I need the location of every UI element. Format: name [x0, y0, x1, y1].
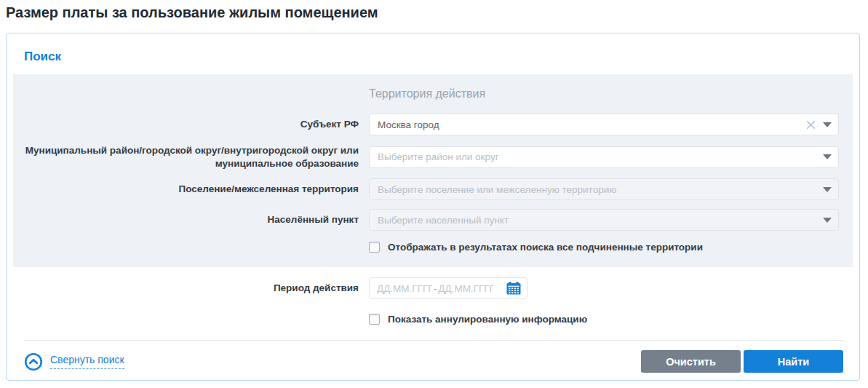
collapse-search-label[interactable]: Свернуть поиск	[50, 354, 124, 369]
settlement-label: Поселение/межселенная территория	[13, 183, 369, 196]
cancelled-info-label[interactable]: Показать аннулированную информацию	[388, 314, 587, 325]
subordinate-territories-label[interactable]: Отображать в результатах поиска все подч…	[388, 242, 703, 253]
chevron-up-circle-icon[interactable]	[24, 352, 43, 371]
locality-placeholder: Выберите населенный пункт	[378, 215, 509, 226]
page-title: Размер платы за пользование жилым помеще…	[6, 4, 378, 21]
subject-rf-value: Москва город	[378, 119, 439, 130]
collapse-search-link[interactable]: Свернуть поиск	[24, 352, 124, 371]
settlement-combobox: Выберите поселение или межселенную терри…	[369, 178, 839, 200]
municipal-placeholder: Выберите район или округ	[378, 151, 499, 162]
chevron-down-icon	[823, 218, 832, 223]
settlement-placeholder: Выберите поселение или межселенную терри…	[378, 184, 616, 195]
locality-combobox: Выберите населенный пункт	[369, 209, 839, 231]
municipal-label: Муниципальный район/городской округ/внут…	[13, 144, 369, 170]
municipal-combobox[interactable]: Выберите район или округ	[369, 146, 839, 168]
clear-button[interactable]: Очистить	[641, 350, 741, 373]
subject-rf-label: Субъект РФ	[13, 118, 369, 131]
period-from-input[interactable]	[377, 283, 432, 294]
period-section: Период действия -	[13, 267, 853, 325]
locality-label: Населённый пункт	[13, 213, 369, 226]
cancelled-checkbox-row: Показать аннулированную информацию	[13, 312, 839, 325]
search-panel: Поиск Территория действия Субъект РФ Мос…	[6, 33, 860, 381]
clear-icon[interactable]	[805, 119, 816, 130]
cancelled-info-checkbox[interactable]	[369, 314, 380, 325]
subject-rf-row: Субъект РФ Москва город	[13, 114, 839, 135]
subordinate-checkbox-row: Отображать в результатах поиска все подч…	[13, 239, 839, 253]
period-row: Период действия -	[13, 277, 839, 299]
period-to-input[interactable]	[438, 283, 493, 294]
chevron-down-icon[interactable]	[823, 154, 832, 159]
calendar-icon[interactable]	[506, 282, 521, 295]
chevron-down-icon[interactable]	[823, 122, 832, 127]
search-footer: Свернуть поиск Очистить Найти	[24, 340, 843, 373]
find-button[interactable]: Найти	[744, 350, 843, 373]
territory-section: Территория действия Субъект РФ Москва го…	[13, 74, 853, 267]
locality-row: Населённый пункт Выберите населенный пун…	[13, 209, 839, 231]
subject-rf-combobox[interactable]: Москва город	[369, 114, 839, 135]
period-separator: -	[434, 283, 437, 294]
subordinate-territories-checkbox[interactable]	[369, 242, 380, 253]
chevron-down-icon	[823, 187, 832, 192]
municipal-row: Муниципальный район/городской округ/внут…	[13, 144, 839, 170]
search-panel-title: Поиск	[7, 33, 859, 74]
period-date-range: -	[369, 277, 527, 299]
settlement-row: Поселение/межселенная территория Выберит…	[13, 178, 839, 200]
territory-section-title: Территория действия	[369, 87, 839, 100]
period-label: Период действия	[13, 282, 369, 295]
